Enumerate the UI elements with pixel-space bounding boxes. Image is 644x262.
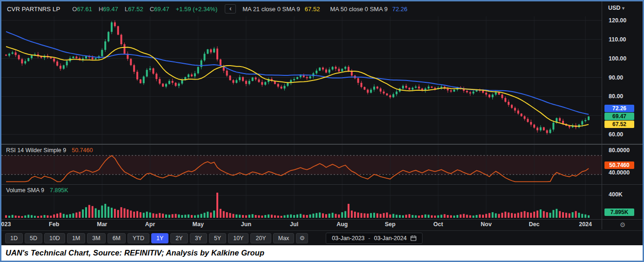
price-tick-label: 100.00 [609, 55, 626, 62]
price-tick-label: 80.00 [609, 93, 623, 100]
price-panel[interactable] [1, 16, 602, 145]
x-tick-label: Apr [145, 221, 155, 228]
volume-axis-tick-label: 400K [609, 191, 623, 198]
axis-settings-gear-icon[interactable]: ⚙ [602, 221, 643, 228]
price-badge-ma50: 72.26 [604, 105, 634, 112]
range-button-1y[interactable]: 1Y [151, 233, 168, 243]
x-tick-label: Jun [241, 221, 251, 228]
range-toolbar: 1D5D10D1M3M6MYTD1Y2Y3Y5Y10Y20YMax⚙03-Jan… [1, 230, 643, 245]
volume-chart-canvas[interactable] [1, 185, 602, 219]
price-tick-label: 120.00 [609, 17, 626, 24]
range-button-max[interactable]: Max [273, 233, 295, 243]
ma50-line [6, 32, 589, 114]
panel-divider[interactable] [1, 144, 643, 145]
rsi-current-value: 50.7460 [72, 147, 93, 154]
panel-divider [1, 219, 643, 220]
rsi-upper-level-label: 80.0000 [609, 147, 630, 154]
price-badge-last: 69.47 [604, 113, 634, 120]
rsi-panel[interactable]: RSI 14 Wilder Simple 9 50.7460 [1, 145, 602, 185]
volume-sma-badge: 7.895K [604, 208, 634, 216]
ma50-legend[interactable]: MA 50 close 0 SMA 9 72.26 [330, 6, 407, 13]
volume-panel[interactable]: Volume SMA 9 7.895K [1, 185, 602, 219]
range-button-1d[interactable]: 1D [5, 233, 23, 243]
close-value: C69.47 [150, 6, 169, 13]
x-tick-label: 2024 [579, 221, 592, 228]
volume-sma-value: 7.895K [50, 187, 68, 194]
range-button-20y[interactable]: 20Y [250, 233, 271, 243]
range-button-10y[interactable]: 10Y [228, 233, 248, 243]
ma21-legend[interactable]: MA 21 close 0 SMA 9 67.52 [242, 6, 320, 13]
rsi-legend: RSI 14 Wilder Simple 9 50.7460 [6, 147, 93, 154]
panel-divider[interactable] [1, 184, 643, 185]
x-tick-label: Aug [336, 221, 348, 228]
price-tick-label: 110.00 [609, 36, 626, 43]
x-tick-label: Feb [49, 221, 59, 228]
range-button-1m[interactable]: 1M [67, 233, 85, 243]
price-tick-label: 60.00 [609, 131, 623, 138]
volume-legend: Volume SMA 9 7.895K [6, 187, 68, 194]
open-value: O67.61 [72, 6, 92, 13]
trading-chart-app: CVR PARTNRS LP O67.61 H69.47 L67.52 C69.… [1, 1, 643, 245]
ma21-value: 67.52 [305, 6, 320, 13]
chart-header: CVR PARTNRS LP O67.61 H69.47 L67.52 C69.… [1, 1, 602, 16]
x-tick-label: Oct [433, 221, 443, 228]
x-tick-label: Dec [529, 221, 540, 228]
range-button-3m[interactable]: 3M [87, 233, 105, 243]
date-from: 03-Jan-2023 [332, 235, 364, 242]
instrument-name: CVR PARTNRS LP [7, 6, 60, 13]
chart-settings-gear-icon[interactable]: ⚙ [296, 233, 308, 243]
range-button-ytd[interactable]: YTD [127, 233, 149, 243]
range-button-3y[interactable]: 3Y [190, 233, 207, 243]
range-button-6m[interactable]: 6M [107, 233, 126, 243]
calendar-icon [410, 235, 416, 241]
chevron-down-icon: ▾ [622, 6, 624, 11]
range-button-5y[interactable]: 5Y [209, 233, 226, 243]
price-tick-label: 90.00 [609, 74, 623, 81]
range-button-2y[interactable]: 2Y [170, 233, 188, 243]
currency-selector[interactable]: USD ▾ [608, 5, 624, 11]
collapse-legend-button[interactable]: ‹ [225, 4, 236, 13]
caption-text: UAN's Technical Chart, Source: REFINITIV… [6, 249, 264, 257]
date-separator: - [369, 235, 370, 242]
range-button-5d[interactable]: 5D [25, 233, 42, 243]
high-value: H69.47 [99, 6, 118, 13]
x-tick-label: Jul [290, 221, 298, 228]
date-range-picker[interactable]: 03-Jan-2023-03-Jan-2024 [326, 233, 423, 244]
price-badge-ma21: 67.52 [604, 121, 634, 128]
x-tick-label: Mar [97, 221, 107, 228]
range-button-10d[interactable]: 10D [44, 233, 65, 243]
rsi-lower-level-label: 40.0000 [609, 169, 630, 176]
x-tick-label: Nov [481, 221, 492, 228]
ma50-value: 72.26 [392, 6, 408, 13]
price-axis[interactable]: USD ▾ ⚙ 120.00110.00100.0090.0080.0060.0… [602, 1, 643, 229]
low-value: L67.52 [125, 6, 143, 13]
price-chart-canvas[interactable] [1, 16, 602, 145]
chart-window: CVR PARTNRS LP O67.61 H69.47 L67.52 C69.… [0, 0, 644, 262]
x-tick-label: Sep [385, 221, 396, 228]
x-tick-label: 023 [1, 221, 11, 228]
date-to: 03-Jan-2024 [374, 235, 407, 242]
caption-bar: UAN's Technical Chart, Source: REFINITIV… [1, 245, 643, 261]
x-tick-label: May [193, 221, 204, 228]
rsi-value-badge: 50.7460 [604, 161, 634, 169]
ohlc-readout: O67.61 H69.47 L67.52 C69.47 [72, 6, 169, 13]
change-readout: +1.59 (+2.34%) [176, 6, 218, 13]
time-axis[interactable]: 023FebMarAprMayJunJulAugSepOctNovDec2024 [1, 219, 602, 230]
